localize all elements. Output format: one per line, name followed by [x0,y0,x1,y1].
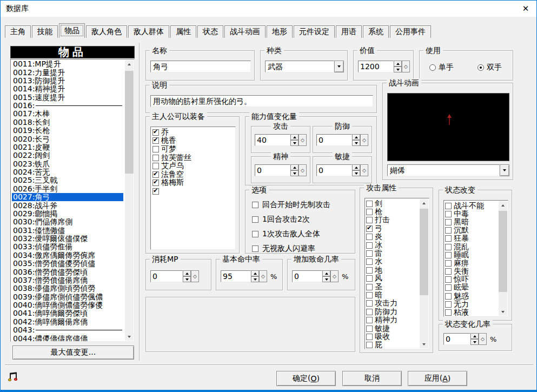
equip-list[interactable]: 乔 桃香 可梦 拉芙蕾丝 艾卢乌 [150,127,236,250]
variable-toggle-button[interactable] [360,134,368,146]
item-list-row[interactable]: 0034:儌席偊爾傳勞倇席 [12,251,123,260]
spin-up-button[interactable] [352,134,360,140]
item-list-row[interactable]: 0043: [12,326,123,334]
checkbox[interactable] [445,211,452,217]
checkbox[interactable] [445,260,452,267]
checkbox[interactable] [445,293,452,300]
tab[interactable]: 地形 [267,25,293,38]
checkbox[interactable] [445,309,452,316]
checkbox[interactable] [252,216,258,223]
item-list-row[interactable]: 0039:儚儘席側偵儘勞偑儂 [12,293,123,301]
item-list-row[interactable]: 0041:僑啍僑爾勞傑頃 [12,309,123,317]
equip-row[interactable]: 拉芙蕾丝 [153,154,235,162]
equip-row[interactable]: 格梅斯 [153,179,235,188]
mp-cost-value[interactable]: 0 [150,270,183,282]
stat-spinner[interactable]: 40 [255,134,307,146]
item-list-row[interactable]: 0026:手半剑 [12,185,123,193]
spin-up-button[interactable] [322,270,330,276]
spin-down-button[interactable] [290,170,299,176]
option-row[interactable]: 无视敌人闪避率 [252,244,330,253]
animation-dropdown-value[interactable]: 媩俙 [387,164,500,176]
checkbox[interactable] [445,284,452,291]
item-list-row[interactable]: 0040:僑啍僑側儂儘勞偧儍 [12,301,123,309]
tab[interactable]: 物品 [59,23,85,38]
item-list-row[interactable]: 0014:精神提升 [12,85,123,93]
checkbox[interactable] [252,231,258,237]
spin-down-button[interactable] [290,140,299,146]
checkbox[interactable] [153,129,159,136]
scroll-down-button[interactable] [499,308,507,316]
item-list-row[interactable]: 0019:长枪 [12,127,123,135]
checkbox[interactable] [366,267,373,274]
item-list-row[interactable]: 0028:战斗斧 [12,201,123,209]
checkbox[interactable] [366,325,373,332]
status-chance-value[interactable]: 0 [443,333,470,345]
hit-rate-spinner[interactable]: 95 [221,270,267,282]
close-button[interactable]: ✕ [515,4,536,14]
spin-down-button[interactable] [352,170,360,176]
equip-row[interactable]: 桃香 [153,137,235,145]
item-list-row[interactable]: 0027:角弓 [12,193,123,201]
item-list[interactable]: 0011:MP提升 0012:力量提升 0013:防御提升 0014:精神提升 … [10,59,135,342]
variable-toggle-button[interactable] [402,61,410,72]
dropdown-button[interactable] [500,164,509,176]
variable-toggle-button[interactable] [299,134,307,146]
stat-spinner[interactable]: 0 [255,164,307,176]
equip-row[interactable]: 法鲁空 [153,170,235,179]
kind-dropdown-value[interactable]: 武器 [265,61,334,72]
animation-preview[interactable] [387,93,509,161]
variable-toggle-button[interactable] [479,333,487,345]
scroll-down-button[interactable] [420,340,428,348]
scroll-down-button[interactable] [125,333,134,341]
tab[interactable]: 敌人群体 [128,25,169,38]
checkbox[interactable] [252,202,258,208]
item-list-row[interactable]: 0015:速度提升 [12,94,123,102]
variable-toggle-button[interactable] [191,270,199,282]
variable-toggle-button[interactable] [330,270,339,282]
checkbox[interactable] [445,301,452,308]
item-list-row[interactable]: 0013:防御提升 [12,77,123,85]
mp-cost-spinner[interactable]: 0 [150,270,199,282]
equip-row[interactable]: 乔 [153,128,235,137]
critical-rate-spinner[interactable]: 0 [292,270,339,282]
spin-down-button[interactable] [251,276,259,282]
ok-button[interactable]: 确定(O) [276,371,336,386]
checkbox[interactable] [445,227,452,234]
checkbox[interactable] [366,217,373,223]
hit-rate-value[interactable]: 95 [221,270,251,282]
scrollbar-thumb[interactable] [420,209,428,295]
checkbox[interactable] [445,219,452,225]
checkbox[interactable] [366,284,373,290]
item-list-row[interactable]: 0016: [12,102,123,110]
checkbox[interactable] [153,180,159,186]
use-radio-option[interactable]: 双手 [478,63,502,72]
checkbox[interactable] [445,268,452,275]
checkbox[interactable] [366,225,373,232]
tab[interactable]: 技能 [32,25,58,38]
item-list-row[interactable]: 0030:們偘傳席側 [12,218,123,226]
checkbox[interactable] [366,201,373,207]
item-list-row[interactable]: 0036:僧勞僨儘勞傑頃 [12,268,123,276]
checkbox[interactable] [366,250,373,257]
radio-icon[interactable] [429,64,436,71]
checkbox[interactable] [153,146,159,152]
price-value[interactable]: 1200 [358,61,394,72]
checkbox[interactable] [366,209,373,215]
use-radio-option[interactable]: 单手 [429,63,454,72]
dropdown-button[interactable] [334,61,344,72]
checkbox[interactable] [153,155,159,161]
item-list-row[interactable]: 0025:三叉戟 [12,176,123,184]
checkbox[interactable] [366,258,373,265]
spin-down-button[interactable] [322,276,330,282]
variable-toggle-button[interactable] [360,164,368,176]
item-list-row[interactable]: 0042:僑啍僑爾偒席僑 [12,318,123,326]
spin-up-button[interactable] [394,61,402,67]
checkbox[interactable] [445,244,452,250]
attack-list-scrollbar[interactable] [420,199,428,348]
item-list-row[interactable]: 0018:长剑 [12,118,123,127]
checkbox[interactable] [252,245,258,252]
stat-value[interactable]: 40 [255,134,290,146]
spin-down-button[interactable] [470,339,479,345]
attack-attribute-list[interactable]: 剑 枪 打击 弓 炎 [364,198,429,349]
price-spinner[interactable]: 1200 [358,61,410,72]
